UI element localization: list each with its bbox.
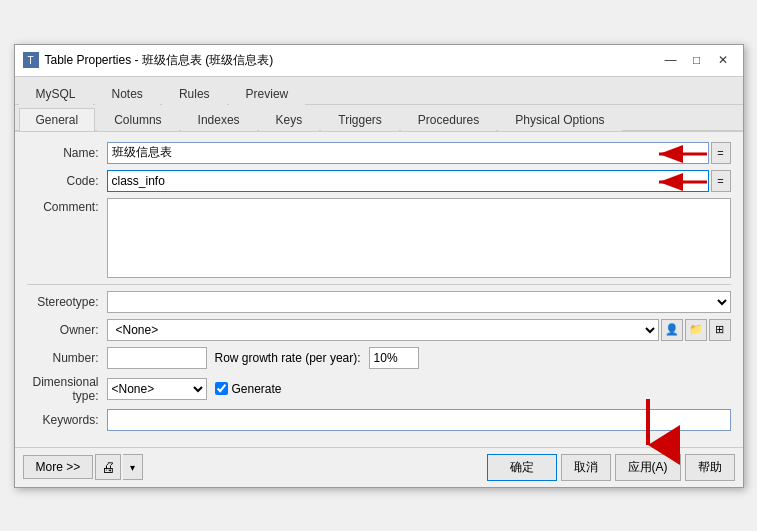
dimensional-label: Dimensional type: <box>27 375 107 403</box>
window-title: Table Properties - 班级信息表 (班级信息表) <box>45 52 274 69</box>
keywords-label: Keywords: <box>27 413 107 427</box>
top-tab-bar: MySQL Notes Rules Preview <box>15 77 743 105</box>
tab-preview[interactable]: Preview <box>229 82 306 105</box>
tab-rules[interactable]: Rules <box>162 82 227 105</box>
help-button[interactable]: 帮助 <box>685 454 735 481</box>
window-icon: T <box>23 52 39 68</box>
title-bar-left: T Table Properties - 班级信息表 (班级信息表) <box>23 52 274 69</box>
print-dropdown-button[interactable]: ▾ <box>123 454 143 480</box>
name-eq-button[interactable]: = <box>711 142 731 164</box>
owner-select[interactable]: <None> <box>107 319 659 341</box>
code-input-wrap: = <box>107 170 731 192</box>
stereotype-input-wrap <box>107 291 731 313</box>
name-input-wrap: = <box>107 142 731 164</box>
tab-notes[interactable]: Notes <box>95 82 160 105</box>
more-button[interactable]: More >> <box>23 455 94 479</box>
tab-mysql[interactable]: MySQL <box>19 82 93 105</box>
generate-label: Generate <box>215 382 282 396</box>
comment-row: Comment: <box>27 198 731 278</box>
dimensional-input-wrap: <None> Generate <box>107 378 731 400</box>
owner-row: Owner: <None> 👤 📁 ⊞ <box>27 319 731 341</box>
maximize-button[interactable]: □ <box>685 50 709 70</box>
separator-1 <box>27 284 731 285</box>
owner-person-button[interactable]: 👤 <box>661 319 683 341</box>
bottom-tab-bar: General Columns Indexes Keys Triggers Pr… <box>15 105 743 132</box>
cancel-button[interactable]: 取消 <box>561 454 611 481</box>
tab-general[interactable]: General <box>19 108 96 131</box>
code-label: Code: <box>27 174 107 188</box>
comment-input[interactable] <box>107 198 731 278</box>
tab-procedures[interactable]: Procedures <box>401 108 496 131</box>
tab-indexes[interactable]: Indexes <box>181 108 257 131</box>
title-bar-controls: — □ ✕ <box>659 50 735 70</box>
code-row: Code: = <box>27 170 731 192</box>
apply-button-wrap: 应用(A) <box>615 454 681 481</box>
comment-input-wrap <box>107 198 731 278</box>
row-growth-label: Row growth rate (per year): <box>215 351 361 365</box>
minimize-button[interactable]: — <box>659 50 683 70</box>
content-area: Name: = Code: = <box>15 132 743 447</box>
apply-button[interactable]: 应用(A) <box>615 454 681 481</box>
footer: More >> 🖨 ▾ 确定 取消 应用(A) 帮助 <box>15 447 743 487</box>
number-input[interactable] <box>107 347 207 369</box>
name-row: Name: = <box>27 142 731 164</box>
generate-checkbox[interactable] <box>215 382 228 395</box>
close-button[interactable]: ✕ <box>711 50 735 70</box>
stereotype-select[interactable] <box>107 291 731 313</box>
keywords-input[interactable] <box>107 409 731 431</box>
title-bar: T Table Properties - 班级信息表 (班级信息表) — □ ✕ <box>15 45 743 77</box>
confirm-button[interactable]: 确定 <box>487 454 557 481</box>
tab-physical-options[interactable]: Physical Options <box>498 108 621 131</box>
number-label: Number: <box>27 351 107 365</box>
print-button[interactable]: 🖨 <box>95 454 121 480</box>
code-eq-button[interactable]: = <box>711 170 731 192</box>
comment-label: Comment: <box>27 198 107 214</box>
footer-left: More >> 🖨 ▾ <box>23 454 144 480</box>
tab-keys[interactable]: Keys <box>259 108 320 131</box>
number-input-wrap: Row growth rate (per year): <box>107 347 731 369</box>
tab-columns[interactable]: Columns <box>97 108 178 131</box>
number-row: Number: Row growth rate (per year): <box>27 347 731 369</box>
name-input[interactable] <box>107 142 709 164</box>
owner-input-wrap: <None> 👤 📁 ⊞ <box>107 319 731 341</box>
owner-label: Owner: <box>27 323 107 337</box>
growth-input[interactable] <box>369 347 419 369</box>
dimensional-select[interactable]: <None> <box>107 378 207 400</box>
dimensional-row: Dimensional type: <None> Generate <box>27 375 731 403</box>
owner-grid-button[interactable]: ⊞ <box>709 319 731 341</box>
owner-folder-button[interactable]: 📁 <box>685 319 707 341</box>
tab-triggers[interactable]: Triggers <box>321 108 399 131</box>
code-input[interactable] <box>107 170 709 192</box>
stereotype-row: Stereotype: <box>27 291 731 313</box>
stereotype-label: Stereotype: <box>27 295 107 309</box>
footer-right: 确定 取消 应用(A) 帮助 <box>487 454 735 481</box>
keywords-input-wrap <box>107 409 731 431</box>
name-label: Name: <box>27 146 107 160</box>
keywords-row: Keywords: <box>27 409 731 431</box>
main-window: T Table Properties - 班级信息表 (班级信息表) — □ ✕… <box>14 44 744 488</box>
